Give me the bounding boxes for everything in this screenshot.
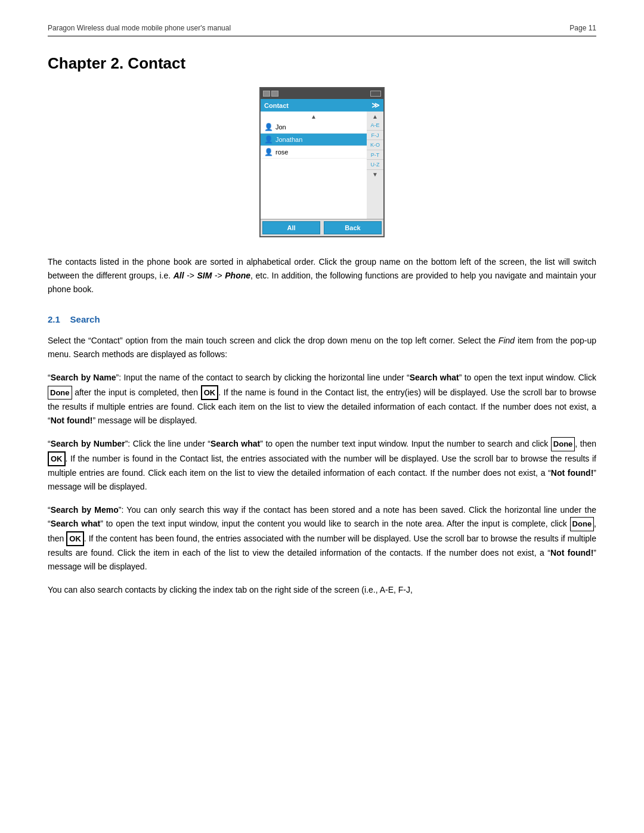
search-by-name-paragraph: “Search by Name”: Input the name of the … [48, 371, 596, 428]
contact-item-jonathan[interactable]: 👤 Jonathan [261, 134, 367, 146]
battery-icon [370, 91, 381, 97]
done-button-inline-1: Done [48, 386, 72, 400]
index-sidebar: ▲ A-E F-J K-O P-T U-Z ▼ [367, 112, 383, 219]
done-button-inline-3: Done [570, 517, 595, 531]
index-ae[interactable]: A-E [367, 121, 383, 131]
search-intro-paragraph: Select the “Contact” option from the mai… [48, 334, 596, 361]
ok-button-inline-3: OK [66, 531, 84, 546]
sidebar-scroll-down[interactable]: ▼ [372, 171, 378, 178]
phone-screenshot-container: Contact ≫ ▲ 👤 Jon 👤 Jonathan [48, 87, 596, 237]
header-right: Page 11 [569, 24, 596, 32]
contact-item-jon[interactable]: 👤 Jon [261, 121, 367, 134]
index-fj[interactable]: F-J [367, 131, 383, 141]
contact-name-jonathan: Jonathan [275, 136, 302, 143]
phone-bottom-bar: All Back [261, 219, 383, 236]
phone-status-bar [261, 88, 383, 99]
dropdown-arrow-icon[interactable]: ≫ [371, 101, 380, 110]
section-number: 2.1 [48, 314, 60, 324]
contact-item-rose[interactable]: 👤 rose [261, 146, 367, 159]
done-button-inline-2: Done [551, 437, 575, 451]
signal-icon-1 [263, 91, 270, 97]
search-by-memo-paragraph: “Search by Memo”: You can only search th… [48, 503, 596, 574]
phone-title-text: Contact [264, 102, 289, 109]
person-icon-rose: 👤 [264, 148, 273, 156]
all-button[interactable]: All [262, 221, 320, 234]
phone-content: ▲ 👤 Jon 👤 Jonathan 👤 rose ▲ [261, 112, 383, 219]
intro-paragraph: The contacts listed in the phone book ar… [48, 255, 596, 296]
header-left: Paragon Wireless dual mode mobile phone … [48, 24, 231, 32]
ok-button-inline-1: OK [201, 385, 219, 400]
contact-list: ▲ 👤 Jon 👤 Jonathan 👤 rose [261, 112, 367, 219]
scroll-up-arrow-icon: ▲ [311, 113, 317, 120]
sidebar-scroll-up[interactable]: ▲ [372, 113, 378, 120]
section-2-1-heading: 2.1 2.1 Search Search [48, 314, 596, 324]
index-ko[interactable]: K-O [367, 141, 383, 150]
contact-name-jon: Jon [275, 123, 286, 131]
section-title-display: Search [70, 314, 100, 324]
phone-signal-icons [263, 91, 278, 97]
phone-screen: Contact ≫ ▲ 👤 Jon 👤 Jonathan [259, 87, 385, 237]
page-header: Paragon Wireless dual mode mobile phone … [48, 24, 596, 36]
contact-name-rose: rose [275, 148, 288, 156]
ok-button-inline-2: OK [48, 451, 66, 466]
back-button[interactable]: Back [324, 221, 382, 234]
phone-title-bar: Contact ≫ [261, 99, 383, 112]
search-by-number-paragraph: “Search by Number”: Click the line under… [48, 437, 596, 494]
person-icon-jonathan: 👤 [264, 135, 273, 144]
person-icon-jon: 👤 [264, 123, 273, 131]
index-pt[interactable]: P-T [367, 151, 383, 160]
index-uz[interactable]: U-Z [367, 160, 383, 170]
signal-icon-2 [271, 91, 278, 97]
chapter-title: Chapter 2. Contact [48, 54, 596, 73]
scroll-up-btn[interactable]: ▲ [261, 112, 367, 121]
index-tab-paragraph: You can also search contacts by clicking… [48, 583, 596, 597]
